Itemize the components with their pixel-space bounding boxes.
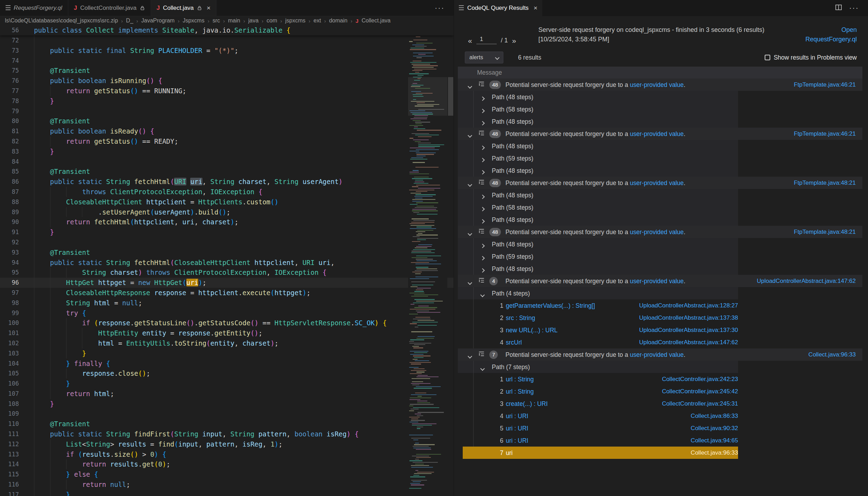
breadcrumb-item[interactable]: JavaProgram [141, 18, 174, 24]
result-location-link[interactable]: UploadControllerAbstract.java:147:62 [757, 278, 856, 285]
step-location-link[interactable]: UploadControllerAbstract.java:137:30 [639, 327, 738, 334]
path-row[interactable]: Path (4 steps) [458, 287, 862, 299]
code-line-102[interactable]: 102html = EntityUtils.toString(entity, c… [0, 338, 454, 348]
code-line-100[interactable]: 100if (response.getStatusLine().getStatu… [0, 318, 454, 328]
code-line-72[interactable]: 72 [0, 35, 454, 46]
path-row[interactable]: Path (48 steps) [458, 213, 862, 226]
step-link[interactable]: src : String [506, 314, 535, 321]
breadcrumb-item[interactable]: ls\CodeQL\databases\codeql_jspxcms\src.z… [5, 18, 118, 24]
breadcrumb-item[interactable]: domain [329, 18, 347, 24]
close-icon[interactable]: × [205, 4, 211, 12]
path-row[interactable]: Path (48 steps) [458, 189, 862, 201]
step-location-link[interactable]: Collect.java:90:32 [691, 425, 738, 432]
breadcrumb-item[interactable]: ext [314, 18, 321, 24]
code-line-111[interactable]: 111public static String findFirst(String… [0, 429, 454, 439]
code-line-77[interactable]: 77return getStatus() == RUNNING; [0, 86, 454, 96]
chevron-down-icon[interactable] [468, 182, 472, 187]
chevron-down-icon[interactable] [468, 280, 472, 285]
result-location-link[interactable]: FtpTemplate.java:46:21 [794, 130, 856, 137]
path-row[interactable]: Path (59 steps) [458, 250, 862, 263]
breadcrumb-item[interactable]: D_ [126, 18, 133, 24]
step-link[interactable]: url : String [506, 375, 534, 382]
sticky-scroll-line[interactable]: 56public class Collect implements Siteab… [0, 25, 454, 35]
prev-result-button[interactable]: « [468, 37, 472, 44]
code-line-97[interactable]: 97CloseableHttpResponse response = httpc… [0, 288, 454, 298]
step-location-link[interactable]: Collect.java:96:33 [691, 449, 738, 456]
code-line-94[interactable]: 94public static String fetchHtml(Closeab… [0, 258, 454, 268]
code-line-99[interactable]: 99try { [0, 308, 454, 318]
message-link[interactable]: user-provided value [630, 179, 684, 186]
result-row[interactable]: 7Potential server-side request forgery d… [458, 348, 862, 361]
step-location-link[interactable]: CollectController.java:242:23 [662, 376, 738, 383]
chevron-right-icon[interactable] [480, 145, 485, 150]
path-row[interactable]: Path (48 steps) [458, 140, 862, 152]
code-line-110[interactable]: 110@Transient [0, 419, 454, 429]
result-location-link[interactable]: FtpTemplate.java:48:21 [794, 179, 856, 186]
path-step-row[interactable]: 4srcUrlUploadControllerAbstract.java:147… [458, 336, 862, 348]
minimap[interactable] [408, 25, 447, 496]
path-row[interactable]: Path (48 steps) [458, 238, 862, 250]
code-line-104[interactable]: 104} finally { [0, 359, 454, 369]
chevron-right-icon[interactable] [480, 96, 485, 101]
result-location-link[interactable]: FtpTemplate.java:46:21 [794, 81, 856, 88]
chevron-right-icon[interactable] [480, 195, 485, 199]
chevron-down-icon[interactable] [468, 354, 472, 359]
code-line-85[interactable]: 85@Transient [0, 167, 454, 177]
open-query-link[interactable]: Open RequestForgery.ql [805, 25, 857, 44]
code-line-108[interactable]: 108} [0, 399, 454, 409]
result-index-input[interactable] [476, 36, 497, 44]
code-line-96[interactable]: 96HttpGet httpget = new HttpGet(uri); [0, 278, 454, 288]
code-line-80[interactable]: 80@Transient [0, 116, 454, 126]
code-line-105[interactable]: 105response.close(); [0, 368, 454, 379]
step-link[interactable]: uri : URI [506, 437, 528, 444]
message-link[interactable]: user-provided value [630, 228, 684, 235]
result-location-link[interactable]: Collect.java:96:33 [808, 351, 856, 358]
path-row[interactable]: Path (7 steps) [458, 361, 862, 373]
step-location-link[interactable]: Collect.java:94:65 [691, 437, 738, 444]
step-link[interactable]: url : String [506, 388, 534, 395]
chevron-down-icon[interactable] [480, 366, 485, 371]
result-row[interactable]: 48Potential server-side request forgery … [458, 79, 862, 91]
tab-requestforgery-ql[interactable]: RequestForgery.ql [0, 0, 68, 16]
close-icon[interactable]: × [532, 4, 537, 12]
tab-codeql-query-results[interactable]: CodeQL Query Results × [454, 0, 542, 16]
path-step-row[interactable]: 4uri : URICollect.java:86:33 [458, 410, 862, 422]
code-line-78[interactable]: 78} [0, 96, 454, 106]
code-line-76[interactable]: 76public boolean isRunning() { [0, 76, 454, 86]
code-line-73[interactable]: 73public static final String PLACEHOLDER… [0, 46, 454, 56]
path-row[interactable]: Path (48 steps) [458, 115, 862, 128]
result-row[interactable]: 48Potential server-side request forgery … [458, 177, 862, 189]
code-line-92[interactable]: 92 [0, 237, 454, 247]
chevron-right-icon[interactable] [480, 268, 485, 273]
path-step-row[interactable]: 7uriCollect.java:96:33 [458, 447, 862, 459]
code-line-82[interactable]: 82return getStatus() == READY; [0, 136, 454, 147]
next-result-button[interactable]: » [512, 37, 516, 44]
breadcrumb-item[interactable]: com [267, 18, 277, 24]
result-row[interactable]: 48Potential server-side request forgery … [458, 128, 862, 140]
chevron-right-icon[interactable] [480, 109, 485, 113]
code-line-93[interactable]: 93@Transient [0, 247, 454, 258]
code-line-81[interactable]: 81public boolean isReady() { [0, 126, 454, 136]
path-row[interactable]: Path (48 steps) [458, 91, 862, 103]
code-line-113[interactable]: 113if (results.size() > 0) { [0, 449, 454, 460]
chevron-down-icon[interactable] [480, 293, 485, 297]
code-line-91[interactable]: 91} [0, 227, 454, 237]
chevron-right-icon[interactable] [480, 256, 485, 260]
chevron-down-icon[interactable] [468, 231, 472, 236]
code-line-87[interactable]: 87throws ClientProtocolException, IOExce… [0, 187, 454, 197]
path-step-row[interactable]: 2src : StringUploadControllerAbstract.ja… [458, 312, 862, 324]
chevron-right-icon[interactable] [480, 219, 485, 224]
path-row[interactable]: Path (58 steps) [458, 103, 862, 115]
code-line-114[interactable]: 114return results.get(0); [0, 459, 454, 469]
code-line-75[interactable]: 75@Transient [0, 66, 454, 76]
step-location-link[interactable]: UploadControllerAbstract.java:137:38 [639, 314, 738, 321]
step-link[interactable]: uri : URI [506, 424, 528, 432]
step-link[interactable]: srcUrl [506, 339, 522, 346]
chevron-right-icon[interactable] [480, 121, 485, 125]
result-location-link[interactable]: FtpTemplate.java:48:21 [794, 229, 856, 236]
path-step-row[interactable]: 1getParameterValues(...) : String[]Uploa… [458, 299, 862, 312]
path-step-row[interactable]: 1url : StringCollectController.java:242:… [458, 373, 862, 385]
code-line-106[interactable]: 106} [0, 379, 454, 389]
breadcrumb-item[interactable]: src [213, 18, 220, 24]
editor-scrollbar[interactable] [448, 77, 453, 116]
